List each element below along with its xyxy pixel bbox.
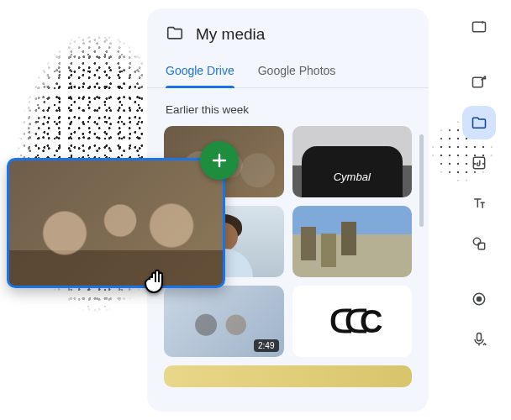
tab-google-photos[interactable]: Google Photos	[258, 57, 336, 87]
voice-upload-icon	[471, 331, 487, 348]
svg-rect-1	[473, 77, 483, 87]
rail-shape[interactable]	[462, 227, 496, 260]
svg-point-6	[477, 297, 482, 302]
scrollbar[interactable]	[419, 134, 424, 227]
thumb-tshirt[interactable]: Cymbal	[292, 126, 413, 197]
svg-rect-7	[477, 333, 482, 341]
rail-record[interactable]	[462, 282, 496, 316]
panel-title: My media	[196, 25, 265, 44]
rail-sparkle-image[interactable]	[462, 10, 496, 44]
sparkle-image-icon	[471, 18, 487, 35]
text-icon	[471, 195, 487, 212]
svg-rect-2	[473, 157, 484, 168]
right-rail	[462, 10, 496, 356]
tab-google-drive[interactable]: Google Drive	[166, 57, 234, 87]
video-duration: 2:49	[254, 339, 278, 352]
thumb-two-people-video[interactable]: 2:49	[164, 286, 284, 357]
rail-folder[interactable]	[462, 106, 496, 139]
thumb-tshirt-label: Cymbal	[334, 171, 371, 183]
audio-icon	[471, 155, 487, 171]
add-badge	[200, 141, 239, 180]
panel-header: My media	[147, 24, 429, 57]
thumb-partial-row[interactable]	[164, 365, 412, 387]
record-icon	[471, 291, 487, 307]
rail-audio[interactable]	[462, 146, 496, 180]
dragged-thumbnail[interactable]	[7, 158, 225, 288]
shape-icon	[471, 235, 487, 252]
cc-logo-glyph: ᑕᑕC	[329, 303, 374, 340]
rail-voice-upload[interactable]	[462, 323, 496, 356]
svg-point-3	[473, 238, 480, 244]
thumb-cityscape[interactable]	[292, 206, 413, 277]
tabs: Google Drive Google Photos	[147, 57, 429, 88]
grab-cursor-icon	[141, 260, 178, 297]
plus-icon	[209, 150, 229, 171]
image-edit-icon	[471, 74, 487, 91]
thumb-cc-logo[interactable]: ᑕᑕC	[292, 286, 413, 357]
folder-icon	[471, 114, 487, 131]
svg-rect-0	[473, 22, 486, 32]
rail-image-edit[interactable]	[462, 66, 496, 99]
folder-icon	[166, 24, 184, 45]
section-heading: Earlier this week	[147, 88, 429, 126]
rail-text[interactable]	[462, 186, 496, 220]
